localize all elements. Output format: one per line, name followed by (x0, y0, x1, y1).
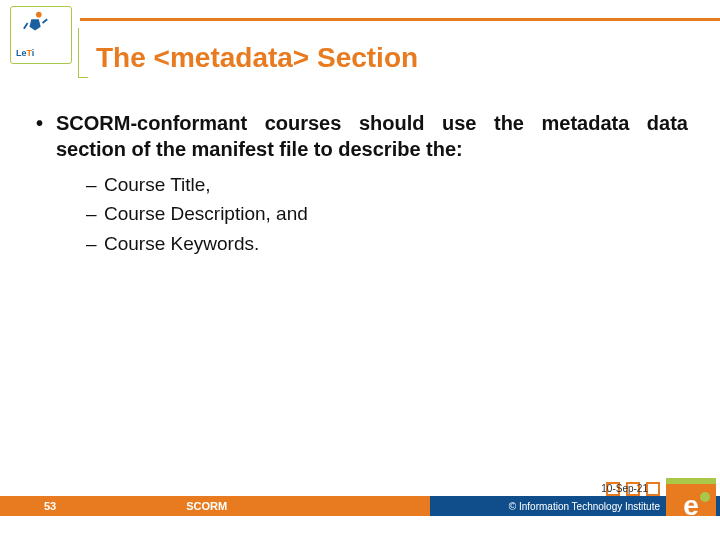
footer-topic: SCORM (186, 500, 227, 512)
logo-text-3: i (32, 48, 35, 58)
copyright-text: © Information Technology Institute (509, 501, 660, 512)
title-corner-rule (78, 28, 88, 78)
list-item: Course Keywords. (86, 229, 688, 258)
page-number: 53 (44, 500, 56, 512)
main-bullet: SCORM-conformant courses should use the … (32, 110, 688, 162)
svg-point-0 (36, 12, 42, 18)
slide-title: The <metadata> Section (96, 42, 418, 74)
list-item: Course Title, (86, 170, 688, 199)
header-rule (80, 18, 720, 21)
bottom-margin (0, 516, 720, 540)
footer-bar-left: 53 SCORM (0, 496, 430, 516)
brand-logo: LeTi (10, 6, 72, 64)
logo-text-1: Le (16, 48, 27, 58)
slide-date: 10-Sep-21 (601, 483, 648, 494)
slide-body: SCORM-conformant courses should use the … (32, 110, 688, 258)
runner-icon (22, 10, 50, 38)
list-item: Course Description, and (86, 199, 688, 228)
sub-bullet-list: Course Title, Course Description, and Co… (32, 170, 688, 258)
